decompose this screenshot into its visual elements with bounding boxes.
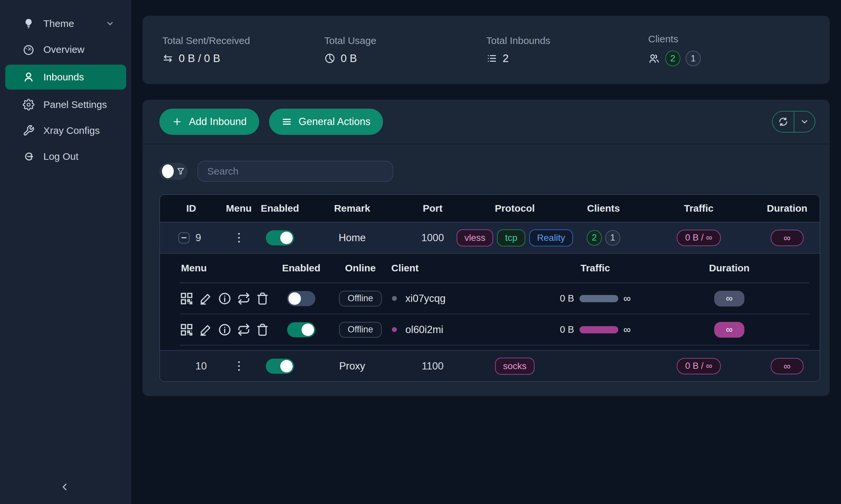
theme-label: Theme bbox=[44, 18, 74, 29]
app-root: Theme Overview Inbounds Panel Settings bbox=[0, 0, 841, 504]
stat-label: Total Sent/Received bbox=[162, 35, 324, 46]
qr-code-button[interactable] bbox=[180, 323, 193, 337]
reset-traffic-button[interactable] bbox=[237, 323, 250, 336]
reset-traffic-button[interactable] bbox=[237, 292, 250, 305]
row-port: 1000 bbox=[400, 232, 465, 244]
sidebar-item-inbounds[interactable]: Inbounds bbox=[5, 65, 126, 90]
col-header-duration: Duration bbox=[755, 203, 820, 214]
col-header-port: Port bbox=[400, 203, 465, 214]
row-menu-button[interactable] bbox=[236, 231, 242, 245]
add-inbound-button[interactable]: Add Inbound bbox=[159, 109, 259, 135]
theme-selector[interactable]: Theme bbox=[5, 13, 126, 34]
row-menu-button[interactable] bbox=[236, 359, 242, 373]
duration-badge: ∞ bbox=[714, 291, 744, 306]
stat-label: Clients bbox=[648, 34, 810, 44]
sidebar-item-log-out[interactable]: Log Out bbox=[5, 146, 126, 167]
sidebar-item-xray-configs[interactable]: Xray Configs bbox=[5, 120, 126, 141]
sidebar-item-overview[interactable]: Overview bbox=[5, 39, 126, 60]
trash-icon bbox=[256, 323, 269, 336]
toggle-knob bbox=[280, 232, 293, 244]
delete-client-button[interactable] bbox=[256, 323, 269, 336]
table-header-row: ID Menu Enabled Remark Port Protocol Cli… bbox=[160, 195, 820, 222]
sidebar-item-label: Overview bbox=[44, 44, 84, 55]
sidebar-item-panel-settings[interactable]: Panel Settings bbox=[5, 94, 126, 115]
users-icon bbox=[648, 53, 660, 64]
traffic-total: ∞ bbox=[623, 324, 631, 336]
main-content: Total Sent/Received 0 B / 0 B Total Usag… bbox=[132, 0, 841, 504]
client-subtable: Menu Enabled Online Client Traffic Durat… bbox=[160, 254, 820, 350]
col-header-protocol: Protocol bbox=[465, 203, 564, 214]
online-status-badge: Offline bbox=[339, 322, 382, 338]
info-circle-icon bbox=[218, 323, 231, 337]
traffic-used: 0 B bbox=[560, 324, 574, 335]
sidebar-collapse-button[interactable] bbox=[56, 479, 73, 496]
clients-deactive-badge: 1 bbox=[605, 230, 620, 246]
lightbulb-icon bbox=[22, 17, 35, 30]
inbounds-panel: Add Inbound General Actions bbox=[142, 100, 830, 396]
edit-client-button[interactable] bbox=[199, 292, 212, 305]
row-remark: Proxy bbox=[305, 360, 400, 372]
qr-code-icon bbox=[180, 323, 193, 337]
traffic-badge: 0 B / ∞ bbox=[677, 358, 721, 374]
subcol-header-menu: Menu bbox=[180, 263, 272, 274]
traffic-badge: 0 B / ∞ bbox=[677, 230, 721, 246]
online-status-badge: Offline bbox=[339, 291, 382, 306]
person-icon bbox=[22, 71, 35, 83]
table-row: 10 Proxy 1100 socks 0 B / ∞ bbox=[160, 350, 820, 381]
col-header-remark: Remark bbox=[305, 203, 400, 214]
gauge-icon bbox=[22, 43, 35, 56]
refresh-interval-dropdown[interactable] bbox=[794, 111, 815, 132]
protocol-badge: tcp bbox=[497, 229, 525, 247]
toggle-knob bbox=[302, 324, 314, 336]
pie-chart-icon bbox=[324, 53, 336, 64]
general-actions-label: General Actions bbox=[298, 116, 371, 128]
pencil-icon bbox=[199, 292, 212, 305]
stat-total-inbounds: Total Inbounds 2 bbox=[486, 35, 648, 65]
subcol-header-client: Client bbox=[390, 263, 541, 274]
client-enabled-toggle[interactable] bbox=[287, 291, 315, 306]
collapse-row-button[interactable] bbox=[178, 232, 190, 244]
client-info-button[interactable] bbox=[218, 292, 231, 305]
sidebar-item-label: Panel Settings bbox=[44, 99, 107, 110]
inbounds-table: ID Menu Enabled Remark Port Protocol Cli… bbox=[159, 194, 820, 382]
client-row: Offline ol60i2mi 0 B ∞ ∞ bbox=[180, 314, 809, 345]
minus-icon bbox=[181, 237, 187, 238]
toggle-knob bbox=[162, 164, 174, 178]
sidebar-item-label: Inbounds bbox=[44, 72, 84, 83]
client-enabled-toggle[interactable] bbox=[287, 322, 315, 337]
general-actions-button[interactable]: General Actions bbox=[269, 109, 383, 135]
clients-online-badge: 2 bbox=[665, 51, 680, 66]
search-input[interactable] bbox=[198, 161, 393, 182]
refresh-button[interactable] bbox=[773, 111, 794, 132]
stat-label: Total Inbounds bbox=[486, 35, 648, 46]
qr-code-icon bbox=[180, 292, 193, 305]
delete-client-button[interactable] bbox=[256, 292, 269, 305]
toggle-knob bbox=[289, 292, 301, 305]
sidebar: Theme Overview Inbounds Panel Settings bbox=[0, 0, 132, 504]
refresh-icon bbox=[778, 117, 788, 127]
gear-icon bbox=[22, 98, 35, 111]
subtable-header-row: Menu Enabled Online Client Traffic Durat… bbox=[180, 254, 809, 283]
clients-deactive-badge: 1 bbox=[686, 51, 701, 66]
transfer-arrows-icon bbox=[162, 53, 173, 64]
traffic-total: ∞ bbox=[623, 293, 631, 305]
client-info-button[interactable] bbox=[218, 323, 231, 337]
col-header-traffic: Traffic bbox=[643, 203, 755, 214]
col-header-menu: Menu bbox=[222, 203, 255, 214]
qr-code-button[interactable] bbox=[180, 292, 193, 305]
filter-toggle[interactable] bbox=[159, 163, 188, 180]
client-row: Offline xi07ycqg 0 B ∞ ∞ bbox=[180, 283, 809, 314]
trash-icon bbox=[256, 292, 269, 305]
repeat-icon bbox=[237, 292, 250, 305]
row-id: 10 bbox=[195, 360, 207, 372]
enabled-toggle[interactable] bbox=[266, 230, 294, 246]
duration-badge: ∞ bbox=[771, 358, 804, 374]
logout-icon bbox=[22, 150, 35, 163]
inbounds-toolbar: Add Inbound General Actions bbox=[142, 100, 830, 144]
client-name: xi07ycqg bbox=[406, 293, 445, 305]
enabled-toggle[interactable] bbox=[266, 359, 294, 374]
client-name: ol60i2mi bbox=[406, 324, 443, 336]
edit-client-button[interactable] bbox=[199, 323, 212, 336]
client-status-dot bbox=[392, 327, 397, 332]
stat-value: 2 bbox=[503, 52, 509, 65]
